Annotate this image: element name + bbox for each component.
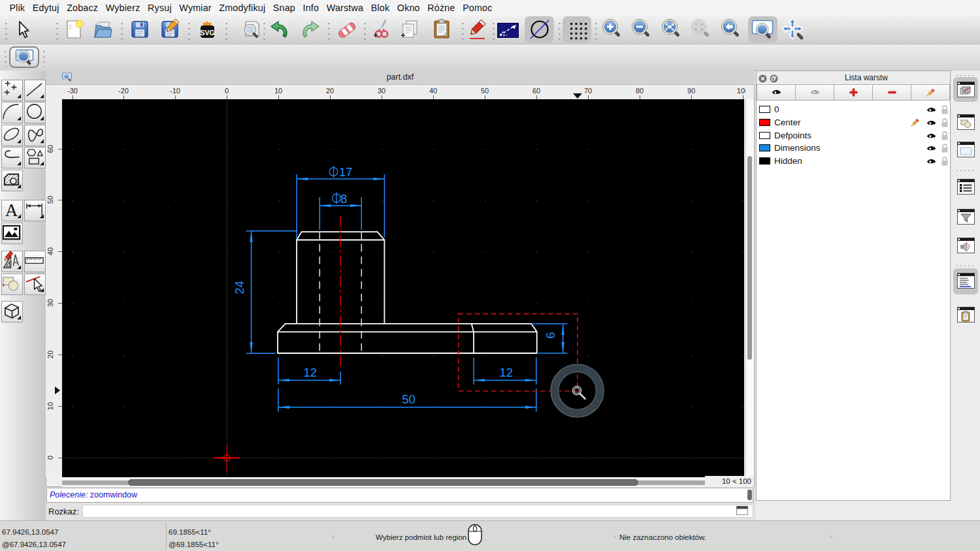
svg-text:12: 12 [499, 366, 513, 379]
svg-text:50: 50 [402, 392, 416, 406]
svg-text:12: 12 [304, 366, 318, 379]
svg-text:SVG: SVG [200, 29, 214, 37]
svg-text:24: 24 [233, 281, 246, 294]
svg-text:6: 6 [544, 332, 557, 338]
svg-text:17: 17 [339, 165, 353, 179]
svg-text:8: 8 [340, 192, 347, 206]
svg-text:A: A [5, 200, 18, 220]
